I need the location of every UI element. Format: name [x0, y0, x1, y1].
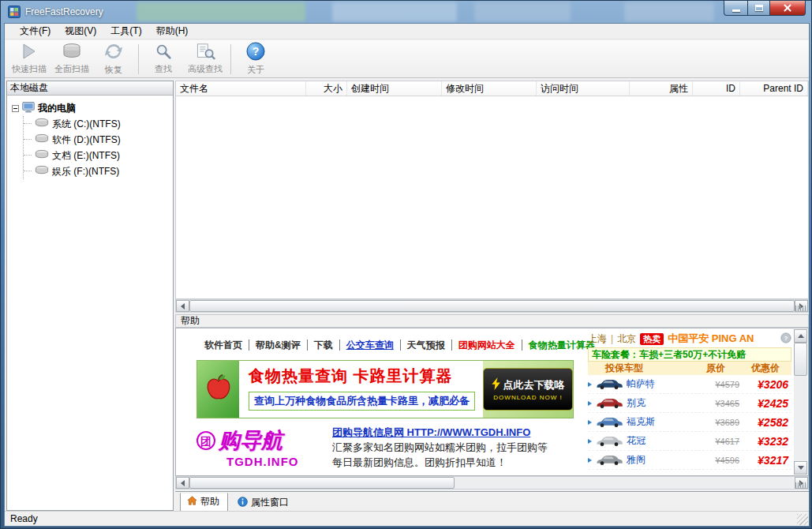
original-price: ¥4596: [698, 456, 739, 465]
discount-price: ¥2582: [743, 416, 791, 429]
scroll-left-button[interactable]: [176, 477, 189, 489]
toolbar-separator: [138, 44, 139, 74]
tgdh-site-link[interactable]: 团购导航信息网 HTTP://WWW.TGDH.INFO: [332, 426, 574, 440]
region-link-shanghai[interactable]: 上海: [588, 332, 607, 346]
recover-button[interactable]: 恢复: [93, 42, 134, 77]
banner-text-block: 食物热量查询 卡路里计算器 查询上万种食物食品所含热量卡路里，减肥必备: [239, 361, 483, 418]
column-header-parent-id[interactable]: Parent ID: [740, 81, 808, 96]
insurance-row[interactable]: 福克斯 ¥3689 ¥2582: [588, 413, 791, 432]
nav-link-weather[interactable]: 天气预报: [401, 340, 452, 351]
insurance-row[interactable]: 雅阁 ¥4596 ¥3217: [588, 451, 791, 470]
scrollbar-track: [455, 477, 795, 489]
toolbar-button-label: 快速扫描: [12, 63, 47, 75]
column-header-modified[interactable]: 修改时间: [442, 81, 537, 96]
nav-link-groupbuy-sites[interactable]: 团购网站大全: [452, 340, 522, 351]
insurance-row[interactable]: 帕萨特 ¥4579 ¥3206: [588, 375, 791, 394]
toolbar-button-label: 高级查找: [188, 63, 223, 75]
tree-root-my-computer[interactable]: 我的电脑: [12, 100, 173, 116]
nav-link-help-review[interactable]: 帮助&测评: [249, 340, 308, 351]
region-link-beijing[interactable]: 北京: [617, 332, 636, 346]
column-header-id[interactable]: ID: [693, 81, 740, 96]
toolbar-separator: [230, 44, 231, 74]
titlebar[interactable]: FreeFastRecovery: [1, 1, 811, 23]
bullet-icon: [588, 382, 592, 387]
tree-item-drive-e[interactable]: 文档 (E:)(NTFS): [24, 148, 173, 163]
disk-icon: [35, 165, 49, 178]
insurance-row[interactable]: 别克 ¥3465 ¥2425: [588, 394, 791, 413]
help-question-icon[interactable]: ?: [780, 332, 791, 346]
tgdh-logo[interactable]: 团 购导航 TGDH.INFO: [196, 425, 332, 471]
column-header-size[interactable]: 大小: [306, 81, 347, 96]
tree-expander-icon[interactable]: [12, 105, 19, 112]
car-thumbnail: [595, 397, 623, 409]
help-panel-header: 帮助: [175, 314, 809, 328]
quick-scan-button[interactable]: 快速扫描: [8, 42, 51, 77]
scroll-down-button[interactable]: [794, 461, 807, 475]
column-header-filename[interactable]: 文件名: [176, 81, 306, 96]
car-name-link[interactable]: 帕萨特: [627, 377, 695, 391]
car-name-link[interactable]: 花冠: [627, 434, 695, 448]
titlebar-glass-reflection: [474, 2, 571, 21]
minimize-button[interactable]: [724, 1, 747, 16]
scroll-up-button[interactable]: [794, 329, 807, 343]
tree-item-drive-c[interactable]: 系统 (C:)(NTFS): [24, 116, 173, 132]
tree-item-label: 系统 (C:)(NTFS): [52, 118, 121, 131]
pingan-brand-link[interactable]: 中国平安 PING AN: [668, 332, 754, 346]
ad-vertical-scrollbar: [794, 329, 807, 475]
scrollbar-thumb[interactable]: [189, 477, 455, 489]
nav-link-bus-query[interactable]: 公交车查询: [340, 340, 401, 351]
car-name-link[interactable]: 别克: [627, 396, 695, 410]
resize-grip[interactable]: [797, 514, 808, 525]
car-name-link[interactable]: 雅阁: [627, 453, 695, 467]
local-disks-panel: 本地磁盘 我的电脑 系统 (C:)(NTFS) 软件 (D:)(NTFS): [6, 81, 174, 511]
tab-properties[interactable]: 属性窗口: [230, 493, 297, 512]
bullet-icon: [588, 420, 592, 425]
scroll-left-button[interactable]: [176, 300, 189, 312]
lightning-icon: [492, 377, 501, 392]
toolbar: 快速扫描 全面扫描 恢复 查找 高级查找 ? 关于: [5, 40, 809, 78]
column-header-created[interactable]: 创建时间: [347, 81, 442, 96]
scrollbar-thumb[interactable]: [189, 300, 795, 312]
toolbar-button-label: 全面扫描: [54, 63, 89, 75]
tgdh-section: 团 购导航 TGDH.INFO 团购导航信息网 HTTP://WWW.TGDH.…: [196, 425, 574, 471]
file-list-header: 文件名 大小 创建时间 修改时间 访问时间 属性 ID Parent ID: [175, 81, 809, 96]
maximize-button[interactable]: [747, 1, 769, 16]
menu-item-file[interactable]: 文件(F): [13, 23, 58, 39]
column-header-attributes[interactable]: 属性: [630, 81, 693, 96]
recover-arrows-icon: [104, 42, 123, 63]
tree-item-drive-d[interactable]: 软件 (D:)(NTFS): [24, 132, 173, 148]
region-separator: |: [611, 333, 613, 344]
apple-icon: [202, 372, 235, 407]
tree-children: 系统 (C:)(NTFS) 软件 (D:)(NTFS) 文档 (E:)(NTFS…: [23, 116, 173, 179]
home-icon: [187, 496, 197, 508]
calorie-ad-banner[interactable]: 食物热量查询 卡路里计算器 查询上万种食物食品所含热量卡路里，减肥必备 点此去下…: [196, 360, 574, 418]
nav-link-download[interactable]: 下载: [308, 340, 340, 351]
advanced-find-button[interactable]: 高级查找: [184, 42, 226, 77]
tree-item-drive-f[interactable]: 娱乐 (F:)(NTFS): [24, 163, 173, 179]
car-name-link[interactable]: 福克斯: [627, 415, 695, 429]
scrollbar-track: [794, 376, 807, 461]
tab-label: 帮助: [200, 495, 219, 508]
bullet-icon: [588, 401, 592, 406]
about-button[interactable]: ? 关于: [235, 42, 276, 77]
tab-help[interactable]: 帮助: [180, 493, 228, 512]
tab-label: 属性窗口: [251, 496, 289, 509]
menu-item-view[interactable]: 视图(V): [58, 23, 103, 39]
tgdh-text-block: 团购导航信息网 HTTP://WWW.TGDH.INFO 汇聚多家知名团购网站如…: [332, 425, 574, 471]
insurance-row[interactable]: 花冠 ¥4617 ¥3232: [588, 432, 791, 451]
download-button[interactable]: 点此去下载咯 DOWNLOAD NOW !: [483, 368, 573, 411]
menubar: 文件(F) 视图(V) 工具(T) 帮助(H): [5, 24, 809, 39]
find-button[interactable]: 查找: [143, 42, 184, 77]
insurance-column-model: 投保车型: [588, 362, 692, 375]
nav-link-software-home[interactable]: 软件首页: [198, 340, 249, 351]
close-button[interactable]: [769, 1, 806, 16]
menu-item-tools[interactable]: 工具(T): [103, 23, 148, 39]
disk-stack-icon: [62, 43, 81, 62]
bullet-icon: [588, 439, 592, 444]
full-scan-button[interactable]: 全面扫描: [51, 42, 93, 77]
menu-item-help[interactable]: 帮助(H): [149, 23, 196, 39]
column-header-accessed[interactable]: 访问时间: [537, 81, 630, 96]
client-area: 文件(F) 视图(V) 工具(T) 帮助(H) 快速扫描 全面扫描 恢复 查找: [4, 23, 810, 527]
close-icon: [783, 3, 792, 13]
scrollbar-thumb[interactable]: [794, 343, 807, 376]
